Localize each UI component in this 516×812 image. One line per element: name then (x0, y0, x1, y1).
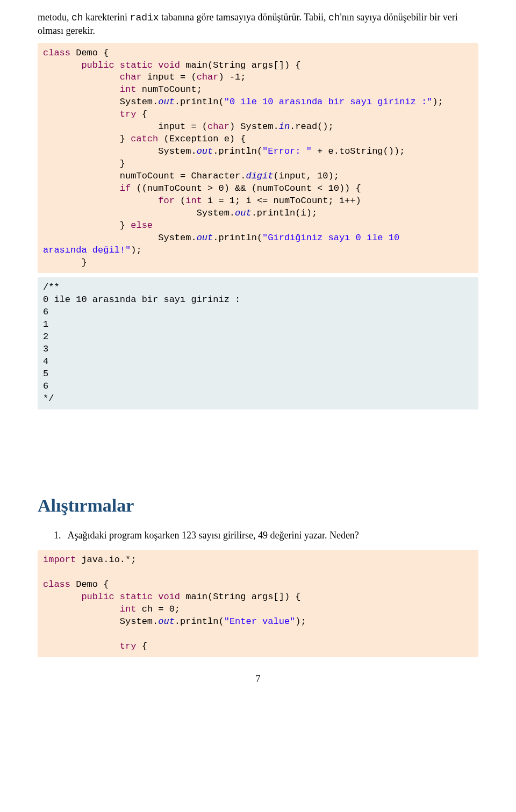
list-index-1: 1. (54, 529, 66, 542)
section-heading-alistirmalar: Alıştırmalar (38, 495, 478, 516)
code-block-2-output: /** 0 ile 10 arasında bir sayı giriniz :… (38, 277, 478, 409)
page-number: 7 (38, 673, 478, 685)
list-item-1: Aşağıdaki program koşarken 123 sayısı gi… (68, 530, 359, 541)
exercise-list: 1. Aşağıdaki program koşarken 123 sayısı… (54, 529, 478, 542)
code-block-1: class Demo { public static void main(Str… (38, 43, 478, 274)
code-block-3: import java.io.*; class Demo { public st… (38, 550, 478, 657)
intro-mono-ch2: ch (328, 12, 340, 23)
intro-mono-ch1: ch (71, 12, 83, 23)
intro-text: karekterini (83, 12, 130, 23)
intro-text: metodu, (38, 12, 71, 23)
intro-text: tabanına göre tamsayıya dönüştürür. Tabi… (159, 12, 328, 23)
intro-paragraph: metodu, ch karekterini radix tabanına gö… (38, 11, 478, 38)
intro-mono-radix: radix (130, 12, 159, 23)
